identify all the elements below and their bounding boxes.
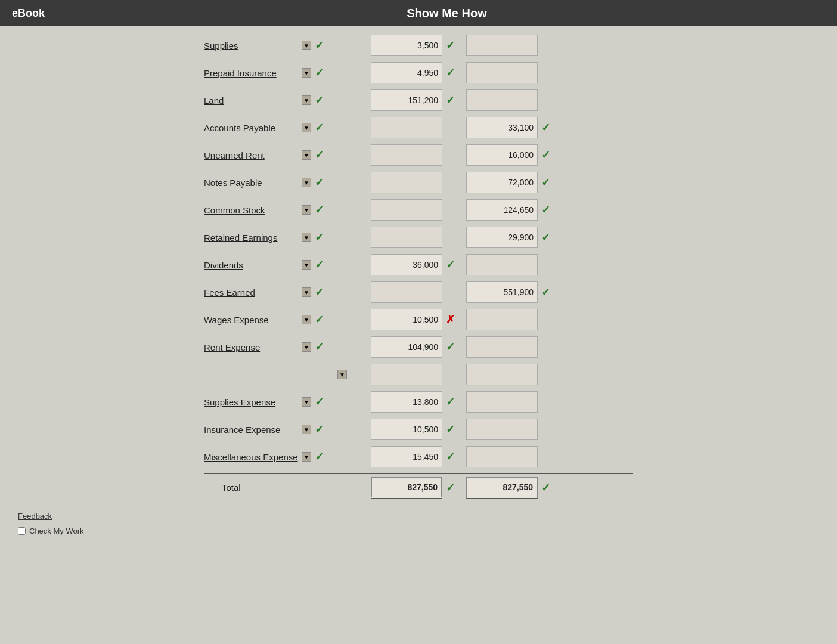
account-name-prepaid-insurance[interactable]: Prepaid Insurance	[204, 68, 299, 78]
check-icon: ✓	[446, 66, 455, 79]
debit-input-miscellaneous-expense[interactable]	[371, 446, 442, 467]
credit-input-miscellaneous-expense[interactable]	[466, 446, 538, 467]
check-my-work-checkbox[interactable]	[18, 527, 26, 535]
dropdown-arrow-retained-earnings[interactable]: ▼	[302, 233, 311, 242]
debit-input-prepaid-insurance[interactable]	[371, 62, 442, 83]
dropdown-arrow-supplies[interactable]: ▼	[302, 41, 311, 50]
credit-input-insurance-expense[interactable]	[466, 419, 538, 440]
dropdown-arrow-fees-earned[interactable]: ▼	[302, 287, 311, 297]
account-name-supplies[interactable]: Supplies	[204, 41, 299, 51]
credit-input-land[interactable]	[466, 89, 538, 111]
account-check-supplies-expense: ✓	[315, 395, 324, 408]
debit-input-accounts-payable[interactable]	[371, 117, 442, 138]
credit-input-notes-payable[interactable]	[466, 172, 538, 193]
debit-cell-dividends: ✓	[371, 254, 466, 275]
dropdown-arrow-insurance-expense[interactable]: ▼	[302, 425, 311, 434]
debit-input-insurance-expense[interactable]	[371, 419, 442, 440]
dropdown-arrow-dividends[interactable]: ▼	[302, 260, 311, 270]
feedback-link[interactable]: Feedback	[18, 512, 825, 521]
credit-cell-supplies	[466, 35, 562, 56]
credit-cell-insurance-expense	[466, 419, 562, 440]
account-name-retained-earnings[interactable]: Retained Earnings	[204, 233, 299, 243]
check-icon: ✓	[541, 121, 550, 134]
account-name-land[interactable]: Land	[204, 95, 299, 106]
total-credit-input[interactable]	[466, 477, 538, 499]
credit-input-retained-earnings[interactable]	[466, 227, 538, 248]
debit-input-supplies-expense[interactable]	[371, 391, 442, 413]
credit-input-common-stock[interactable]	[466, 199, 538, 221]
account-name-supplies-expense[interactable]: Supplies Expense	[204, 397, 299, 407]
credit-input-supplies-expense[interactable]	[466, 391, 538, 413]
check-my-work-btn[interactable]: Check My Work	[18, 527, 825, 535]
account-name-fees-earned[interactable]: Fees Earned	[204, 287, 299, 298]
dropdown-arrow-unearned-rent[interactable]: ▼	[302, 150, 311, 160]
credit-cell-common-stock: ✓	[466, 199, 562, 221]
debit-input-common-stock[interactable]	[371, 199, 442, 221]
table-row: Notes Payable ▼ ✓ ✓	[204, 169, 633, 196]
dropdown-arrow-notes-payable[interactable]: ▼	[302, 178, 311, 187]
debit-input-unearned-rent[interactable]	[371, 144, 442, 166]
dropdown-arrow-land[interactable]: ▼	[302, 95, 311, 105]
credit-cell-fees-earned: ✓	[466, 281, 562, 303]
debit-cell-supplies-expense: ✓	[371, 391, 466, 413]
account-name-dividends[interactable]: Dividends	[204, 260, 299, 270]
credit-cell-retained-earnings: ✓	[466, 227, 562, 248]
credit-input-fees-earned[interactable]	[466, 281, 538, 303]
debit-cell-rent-expense: ✓	[371, 336, 466, 358]
table-row: Supplies ▼ ✓ ✓	[204, 32, 633, 58]
account-cell-dividends: Dividends ▼ ✓	[204, 258, 371, 271]
account-cell-blank: ▼	[204, 369, 371, 380]
account-name-rent-expense[interactable]: Rent Expense	[204, 342, 299, 352]
debit-input-land[interactable]	[371, 89, 442, 111]
debit-cell-retained-earnings	[371, 227, 466, 248]
account-name-wages-expense[interactable]: Wages Expense	[204, 315, 299, 325]
account-cell-common-stock: Common Stock ▼ ✓	[204, 203, 371, 216]
credit-input-dividends[interactable]	[466, 254, 538, 275]
dropdown-arrow-blank[interactable]: ▼	[337, 370, 347, 379]
dropdown-arrow-common-stock[interactable]: ▼	[302, 205, 311, 215]
dropdown-arrow-supplies-expense[interactable]: ▼	[302, 397, 311, 407]
debit-input-blank[interactable]	[371, 364, 442, 385]
account-name-notes-payable[interactable]: Notes Payable	[204, 178, 299, 188]
check-icon: ✓	[541, 286, 550, 299]
account-cell-accounts-payable: Accounts Payable ▼ ✓	[204, 121, 371, 134]
credit-input-blank[interactable]	[466, 364, 538, 385]
credit-cell-miscellaneous-expense	[466, 446, 562, 467]
dropdown-arrow-miscellaneous-expense[interactable]: ▼	[302, 452, 311, 462]
account-cell-land: Land ▼ ✓	[204, 94, 371, 107]
x-icon: ✗	[446, 313, 455, 326]
account-name-accounts-payable[interactable]: Accounts Payable	[204, 123, 299, 133]
account-name-common-stock[interactable]: Common Stock	[204, 205, 299, 215]
account-cell-rent-expense: Rent Expense ▼ ✓	[204, 340, 371, 354]
debit-input-supplies[interactable]	[371, 35, 442, 56]
total-row: Total ✓ ✓	[204, 473, 633, 500]
debit-cell-common-stock	[371, 199, 466, 221]
dropdown-arrow-wages-expense[interactable]: ▼	[302, 315, 311, 324]
total-credit-cell: ✓	[466, 477, 562, 499]
check-icon: ✓	[541, 176, 550, 189]
credit-input-wages-expense[interactable]	[466, 309, 538, 330]
dropdown-arrow-accounts-payable[interactable]: ▼	[302, 123, 311, 132]
table-row: Fees Earned ▼ ✓ ✓	[204, 279, 633, 305]
dropdown-arrow-prepaid-insurance[interactable]: ▼	[302, 68, 311, 78]
credit-input-accounts-payable[interactable]	[466, 117, 538, 138]
debit-input-rent-expense[interactable]	[371, 336, 442, 358]
credit-cell-notes-payable: ✓	[466, 172, 562, 193]
account-cell-unearned-rent: Unearned Rent ▼ ✓	[204, 148, 371, 162]
account-cell-wages-expense: Wages Expense ▼ ✓	[204, 313, 371, 326]
account-name-miscellaneous-expense[interactable]: Miscellaneous Expense	[204, 452, 299, 462]
credit-input-supplies[interactable]	[466, 35, 538, 56]
dropdown-arrow-rent-expense[interactable]: ▼	[302, 342, 311, 352]
account-name-insurance-expense[interactable]: Insurance Expense	[204, 425, 299, 435]
debit-input-retained-earnings[interactable]	[371, 227, 442, 248]
credit-input-unearned-rent[interactable]	[466, 144, 538, 166]
credit-input-prepaid-insurance[interactable]	[466, 62, 538, 83]
credit-cell-blank	[466, 364, 562, 385]
debit-input-dividends[interactable]	[371, 254, 442, 275]
debit-input-fees-earned[interactable]	[371, 281, 442, 303]
credit-input-rent-expense[interactable]	[466, 336, 538, 358]
total-debit-input[interactable]	[371, 477, 442, 499]
debit-input-wages-expense[interactable]	[371, 309, 442, 330]
debit-input-notes-payable[interactable]	[371, 172, 442, 193]
account-name-unearned-rent[interactable]: Unearned Rent	[204, 150, 299, 160]
